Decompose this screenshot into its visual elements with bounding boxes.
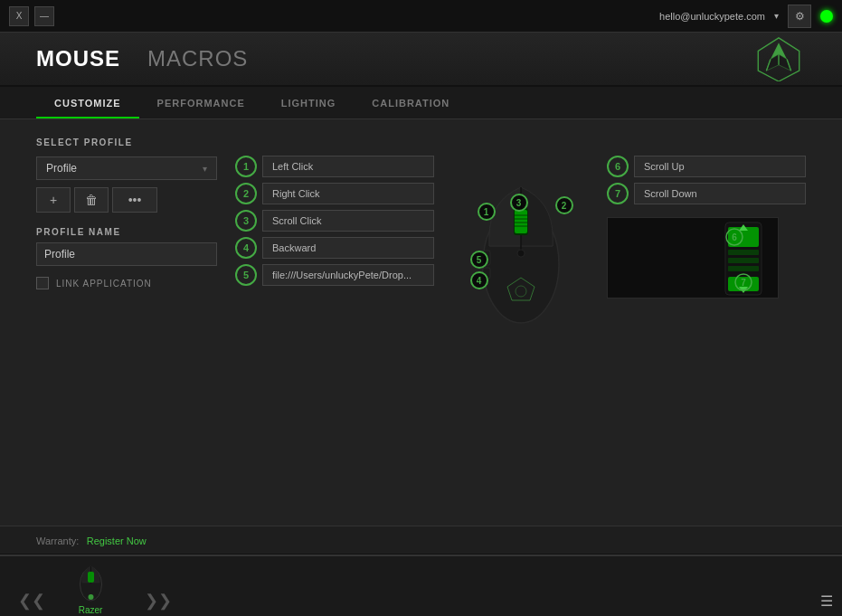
button-number-4: 4: [235, 237, 257, 259]
button-row-6: 6 Scroll Up: [607, 156, 806, 177]
device-mini-svg: [75, 559, 107, 604]
select-profile-label: SELECT PROFILE: [36, 137, 217, 147]
button-label-5[interactable]: file:///Users/unluckyPete/Drop...: [262, 264, 434, 286]
button-label-1[interactable]: Left Click: [262, 156, 434, 177]
button-row-2: 2 Right Click: [235, 183, 434, 204]
title-bar: X — hello@unluckypete.com ▾ ⚙: [0, 0, 842, 33]
svg-text:6: 6: [732, 232, 737, 242]
mouse-svg-wrapper: 1 2 3 4 5: [458, 147, 584, 355]
mouse-badge-1: 1: [478, 203, 496, 221]
button-number-2: 2: [235, 183, 257, 204]
user-dropdown-arrow[interactable]: ▾: [774, 11, 779, 21]
button-number-5: 5: [235, 264, 257, 286]
tab-performance[interactable]: PERFORMANCE: [139, 87, 263, 118]
mouse-badge-4: 4: [470, 271, 488, 289]
menu-icon[interactable]: ☰: [820, 592, 833, 610]
device-bar: ❮❮ Razer DeathAdder Chroma ❯❯ ☰: [0, 554, 842, 616]
button-label-2[interactable]: Right Click: [262, 183, 434, 204]
profile-name-label: PROFILE NAME: [36, 227, 217, 237]
app-header: MOUSE MACROS: [0, 33, 842, 87]
scroll-side-view: 6 7: [607, 217, 779, 299]
mouse-badge-2: 2: [555, 196, 573, 214]
scroll-right-arrow[interactable]: ❯❯: [145, 591, 172, 611]
button-label-3[interactable]: Scroll Click: [262, 210, 434, 232]
add-profile-button[interactable]: +: [36, 187, 71, 213]
delete-profile-button[interactable]: 🗑: [74, 187, 109, 213]
tab-calibration[interactable]: CALIBRATION: [354, 87, 468, 118]
gear-icon: ⚙: [795, 10, 805, 23]
close-button[interactable]: X: [9, 6, 29, 26]
trash-icon: 🗑: [85, 193, 98, 207]
device-icon: [72, 559, 109, 604]
warranty-bar: Warranty: Register Now: [0, 526, 842, 554]
register-now-link[interactable]: Register Now: [87, 535, 147, 546]
svg-rect-20: [728, 266, 759, 271]
button-number-7: 7: [607, 183, 629, 204]
title-bar-right: hello@unluckypete.com ▾ ⚙: [659, 5, 833, 28]
warranty-text: Warranty:: [36, 535, 79, 546]
app-title-macros[interactable]: MACROS: [147, 46, 248, 71]
mouse-illustration-area: 1 2 3 4 5: [452, 137, 589, 507]
scroll-left-arrow[interactable]: ❮❮: [18, 591, 45, 611]
button-number-1: 1: [235, 156, 257, 177]
svg-point-31: [88, 594, 93, 600]
profile-dropdown-value: Profile: [46, 162, 203, 175]
tab-customize[interactable]: CUSTOMIZE: [36, 87, 139, 118]
link-app-checkbox[interactable]: [36, 277, 49, 289]
button-row-4: 4 Backward: [235, 237, 434, 259]
razer-logo: [752, 36, 806, 81]
mouse-badge-3: 3: [510, 194, 528, 212]
button-row-1: 1 Left Click: [235, 156, 434, 177]
button-row-7: 7 Scroll Down: [607, 183, 806, 204]
button-label-7[interactable]: Scroll Down: [634, 183, 806, 204]
button-number-3: 3: [235, 210, 257, 232]
button-row-5: 5 file:///Users/unluckyPete/Drop...: [235, 264, 434, 286]
button-label-6[interactable]: Scroll Up: [634, 156, 806, 177]
left-panel: SELECT PROFILE Profile ▾ + 🗑 ••• PROFILE…: [36, 137, 217, 507]
mouse-badge-5: 5: [470, 251, 488, 269]
scroll-side-svg: 6 7: [608, 218, 779, 299]
link-app-row: LINK APPLICATION: [36, 277, 217, 289]
button-mappings-panel: 1 Left Click 2 Right Click 3 Scroll Clic…: [235, 137, 434, 507]
svg-rect-19: [728, 258, 759, 263]
button-row-3: 3 Scroll Click: [235, 210, 434, 232]
chevron-down-icon: ▾: [203, 164, 207, 174]
link-app-label: LINK APPLICATION: [56, 279, 152, 289]
right-buttons-panel: 6 Scroll Up 7 Scroll Down: [607, 137, 806, 507]
svg-rect-6: [515, 210, 527, 233]
svg-text:7: 7: [741, 278, 746, 288]
mouse-svg: [458, 147, 584, 346]
svg-rect-18: [728, 250, 759, 255]
tab-lighting[interactable]: LIGHTING: [263, 87, 355, 118]
user-email: hello@unluckypete.com: [659, 11, 765, 22]
nav-tabs: CUSTOMIZE PERFORMANCE LIGHTING CALIBRATI…: [0, 87, 842, 119]
button-number-6: 6: [607, 156, 629, 177]
device-card[interactable]: Razer DeathAdder Chroma: [54, 559, 127, 616]
profile-dropdown[interactable]: Profile ▾: [36, 156, 217, 180]
app-title-mouse[interactable]: MOUSE: [36, 46, 120, 71]
window-controls: X —: [9, 6, 54, 26]
settings-button[interactable]: ⚙: [788, 5, 811, 28]
profile-actions: + 🗑 •••: [36, 187, 217, 213]
power-indicator: [820, 10, 833, 23]
minimize-button[interactable]: —: [34, 6, 54, 26]
button-label-4[interactable]: Backward: [262, 237, 434, 259]
svg-rect-30: [88, 572, 94, 583]
more-options-button[interactable]: •••: [112, 187, 157, 213]
main-content: SELECT PROFILE Profile ▾ + 🗑 ••• PROFILE…: [0, 119, 842, 526]
svg-point-11: [517, 250, 525, 257]
device-name-line1: Razer DeathAdder: [54, 604, 127, 616]
profile-name-input[interactable]: [36, 242, 217, 266]
